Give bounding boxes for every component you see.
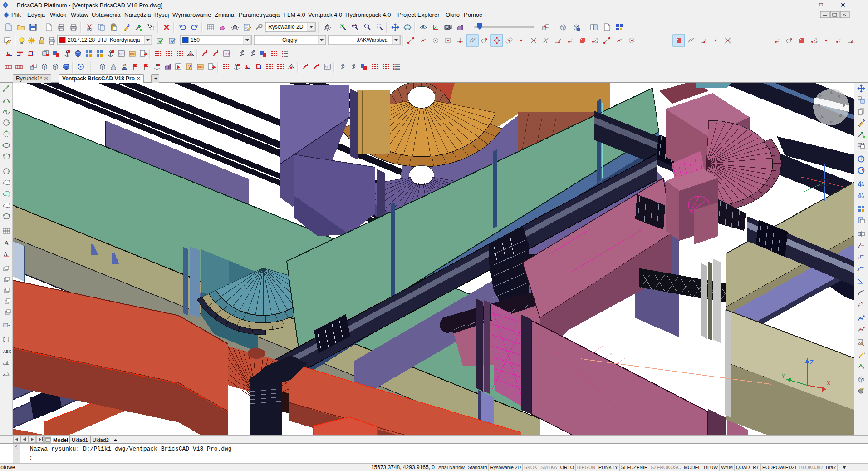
- svg-text:z: z: [571, 37, 573, 41]
- svg-text:-z: -z: [595, 40, 598, 44]
- svg-text:-z: -z: [814, 40, 818, 44]
- svg-text:z: z: [839, 37, 841, 41]
- svg-text:ABC: ABC: [3, 349, 12, 354]
- svg-text:Z: Z: [810, 359, 814, 366]
- svg-text:A: A: [4, 251, 8, 257]
- svg-text:X: X: [827, 380, 831, 387]
- svg-text:2017.12.28_JTJ_Koordynacja: 2017.12.28_JTJ_Koordynacja: [68, 37, 140, 43]
- svg-text:90°: 90°: [225, 52, 230, 56]
- svg-text:Y: Y: [781, 372, 785, 379]
- svg-text:90°: 90°: [119, 52, 125, 56]
- svg-text:Rysowanie 2D: Rysowanie 2D: [268, 24, 304, 30]
- svg-text:90°: 90°: [325, 65, 331, 69]
- svg-text:?: ?: [188, 64, 191, 69]
- svg-text:z: z: [778, 37, 780, 41]
- svg-text:Ciągły: Ciągły: [282, 37, 297, 43]
- svg-text:A: A: [4, 239, 9, 247]
- svg-text:XML: XML: [198, 65, 205, 69]
- svg-text:XML: XML: [130, 52, 137, 55]
- svg-text:150: 150: [191, 37, 200, 43]
- svg-text:JAKWarstwa: JAKWarstwa: [357, 37, 388, 43]
